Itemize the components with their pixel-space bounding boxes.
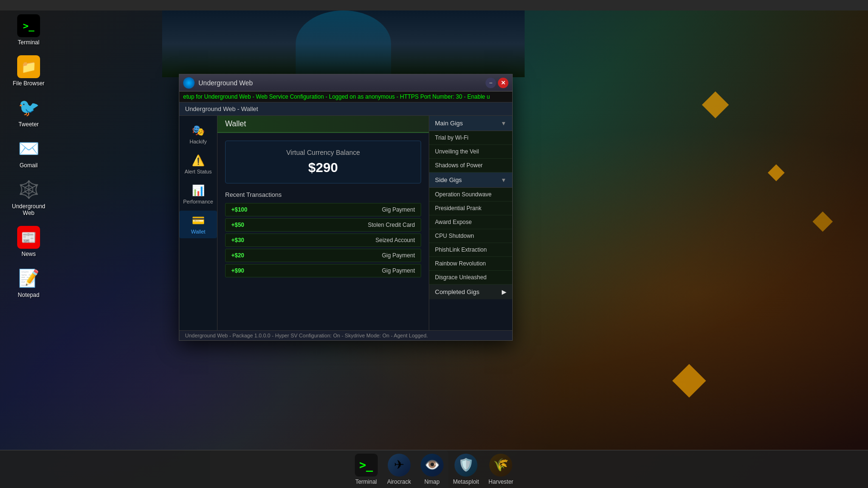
close-button[interactable]: ✕ [498, 78, 508, 88]
taskbar-airocrack-icon: ✈ [388, 454, 411, 477]
desktop-icon-news[interactable]: 📰 News [10, 226, 48, 257]
completed-gigs-header[interactable]: Completed Gigs ▶ [429, 285, 512, 299]
desktop-icon-underground[interactable]: 🕸️ Underground Web [10, 178, 48, 216]
hero-area [162, 10, 525, 77]
gig-operation-soundwave[interactable]: Operation Soundwave [429, 188, 512, 202]
window-controls: − ✕ [486, 78, 508, 88]
taskbar-metasploit-label: Metasploit [453, 478, 479, 485]
gig-award-label: Award Expose [435, 219, 472, 225]
window-body: 🎭 Hackify ⚠️ Alert Status 📊 Performance … [179, 116, 512, 330]
tweeter-icon: 🐦 [17, 96, 40, 119]
tx-desc-1: Stolen Credit Card [259, 219, 421, 231]
side-gigs-header[interactable]: Side Gigs ▼ [429, 173, 512, 188]
side-gigs-arrow: ▼ [501, 177, 506, 183]
desktop-icon-notepad[interactable]: 📝 Notepad [10, 267, 48, 298]
gig-unveiling-label: Unveiling the Veil [435, 148, 479, 155]
address-text: etup for Underground Web - Web Service C… [183, 93, 490, 100]
notepad-label: Notepad [18, 292, 39, 298]
desktop-icon-filebrowser[interactable]: 📁 File Browser [10, 55, 48, 87]
transaction-row-4: +$90 Gig Payment [225, 264, 421, 277]
tx-desc-4: Gig Payment [259, 264, 421, 277]
sidebar-item-hackify[interactable]: 🎭 Hackify [179, 121, 217, 148]
address-bar: etup for Underground Web - Web Service C… [179, 92, 512, 102]
taskbar-harvester[interactable]: 🌾 Harvester [488, 454, 513, 485]
left-sidebar: 🎭 Hackify ⚠️ Alert Status 📊 Performance … [179, 116, 217, 330]
window-title: Underground Web [198, 79, 482, 87]
taskbar-metasploit-icon: 🛡️ [455, 454, 477, 477]
completed-gigs-arrow: ▶ [502, 288, 506, 295]
main-gigs-arrow: ▼ [501, 120, 506, 127]
underground-label: Underground Web [10, 203, 48, 216]
content-header: Wallet [217, 116, 429, 133]
gig-prank-label: Presidential Prank [435, 205, 481, 212]
tx-desc-2: Seized Account [259, 234, 421, 246]
currency-label: Virtual Currency Balance [233, 149, 413, 156]
desktop-icon-tweeter[interactable]: 🐦 Tweeter [10, 96, 48, 128]
gig-cpu-shutdown[interactable]: CPU Shutdown [429, 229, 512, 243]
transaction-row-2: +$30 Seized Account [225, 234, 421, 247]
filebrowser-icon: 📁 [17, 55, 40, 78]
terminal-icon: >_ [17, 14, 40, 37]
taskbar-harvester-icon: 🌾 [489, 454, 512, 477]
page-title-bar: Underground Web - Wallet [179, 102, 512, 116]
tx-amount-0: +$100 [226, 203, 259, 216]
taskbar-nmap-icon: 👁️ [421, 454, 444, 477]
app-icon [183, 77, 195, 89]
gig-disgrace[interactable]: Disgrace Unleashed [429, 271, 512, 285]
hackify-label: Hackify [189, 139, 207, 144]
gig-presidential-prank[interactable]: Presidential Prank [429, 202, 512, 215]
wallet-label: Wallet [191, 229, 205, 234]
alert-label: Alert Status [185, 169, 212, 174]
filebrowser-label: File Browser [13, 80, 45, 87]
transaction-row-0: +$100 Gig Payment [225, 203, 421, 216]
desktop-icons-container: >_ Terminal 📁 File Browser 🐦 Tweeter ✉️ … [10, 14, 48, 298]
gig-unveiling[interactable]: Unveiling the Veil [429, 145, 512, 159]
gig-trial-wifi[interactable]: Trial by Wi-Fi [429, 131, 512, 145]
character-silhouette [296, 10, 391, 77]
taskbar-nmap-label: Nmap [424, 478, 440, 485]
news-icon: 📰 [17, 226, 40, 249]
transaction-row-1: +$50 Stolen Credit Card [225, 218, 421, 232]
underground-icon: 🕸️ [17, 178, 40, 201]
sidebar-item-alert[interactable]: ⚠️ Alert Status [179, 151, 217, 178]
alert-icon: ⚠️ [192, 154, 205, 167]
currency-card: Virtual Currency Balance $290 [225, 141, 421, 183]
currency-amount: $290 [233, 160, 413, 175]
taskbar-airocrack[interactable]: ✈ Airocrack [387, 454, 411, 485]
performance-icon: 📊 [192, 184, 205, 197]
taskbar-harvester-label: Harvester [488, 478, 513, 485]
notepad-icon: 📝 [17, 267, 40, 290]
gig-soundwave-label: Operation Soundwave [435, 191, 492, 198]
tx-amount-2: +$30 [226, 234, 259, 246]
minimize-button[interactable]: − [486, 78, 496, 88]
completed-gigs-label: Completed Gigs [435, 288, 479, 295]
taskbar-metasploit[interactable]: 🛡️ Metasploit [453, 454, 479, 485]
taskbar-nmap[interactable]: 👁️ Nmap [421, 454, 444, 485]
gig-shadows[interactable]: Shadows of Power [429, 159, 512, 173]
sidebar-item-wallet[interactable]: 💳 Wallet [179, 211, 217, 238]
taskbar-terminal-icon: >_ [355, 454, 378, 477]
news-label: News [21, 251, 36, 257]
main-gigs-header[interactable]: Main Gigs ▼ [429, 116, 512, 131]
page-title: Underground Web - Wallet [185, 105, 258, 112]
gig-shadows-label: Shadows of Power [435, 162, 483, 169]
title-bar: Underground Web − ✕ [179, 74, 512, 92]
gig-award-expose[interactable]: Award Expose [429, 215, 512, 229]
gigs-panel: Main Gigs ▼ Trial by Wi-Fi Unveiling the… [429, 116, 512, 330]
app-window: Underground Web − ✕ etup for Underground… [179, 74, 513, 341]
main-gigs-label: Main Gigs [435, 120, 463, 127]
main-content: Wallet Virtual Currency Balance $290 Rec… [217, 116, 429, 330]
tx-amount-4: +$90 [226, 264, 259, 277]
performance-label: Performance [183, 199, 213, 204]
tx-desc-0: Gig Payment [259, 203, 421, 216]
taskbar-airocrack-label: Airocrack [387, 478, 411, 485]
status-bar: Underground Web - Package 1.0.0.0 - Hype… [179, 330, 512, 340]
gig-rainbow-label: Rainbow Revolution [435, 260, 486, 267]
sidebar-item-performance[interactable]: 📊 Performance [179, 181, 217, 208]
gig-phishlink[interactable]: PhishLink Extraction [429, 243, 512, 257]
gig-trial-wifi-label: Trial by Wi-Fi [435, 134, 468, 141]
desktop-icon-gomail[interactable]: ✉️ Gomail [10, 137, 48, 169]
gig-rainbow[interactable]: Rainbow Revolution [429, 257, 512, 271]
taskbar-terminal[interactable]: >_ Terminal [355, 454, 378, 485]
desktop-icon-terminal[interactable]: >_ Terminal [10, 14, 48, 46]
